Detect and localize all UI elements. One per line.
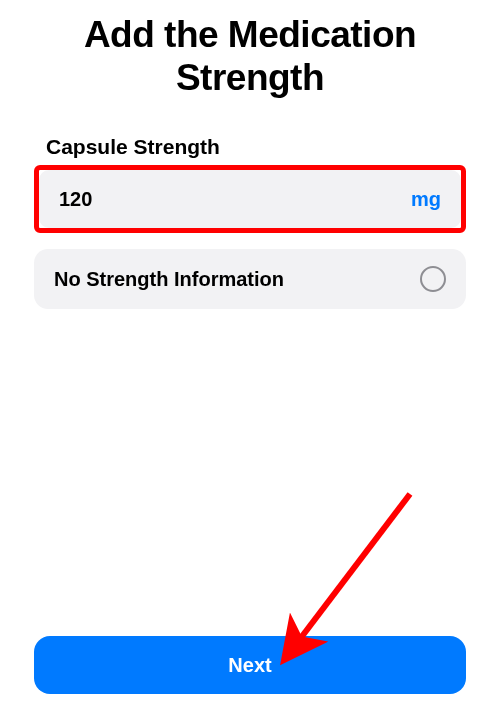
- strength-input[interactable]: [59, 188, 411, 211]
- no-strength-label: No Strength Information: [54, 268, 284, 291]
- section-label-strength: Capsule Strength: [0, 135, 500, 159]
- no-strength-option[interactable]: No Strength Information: [34, 249, 466, 309]
- svg-line-1: [300, 494, 410, 639]
- radio-unchecked-icon: [420, 266, 446, 292]
- strength-field-row[interactable]: mg: [39, 170, 461, 228]
- screen: Add the Medica­tion Strength Capsule Str…: [0, 14, 500, 702]
- highlight-box: mg: [34, 165, 466, 233]
- page-title: Add the Medica­tion Strength: [0, 14, 500, 99]
- unit-selector[interactable]: mg: [411, 188, 441, 211]
- next-button[interactable]: Next: [34, 636, 466, 694]
- annotation-arrow-icon: [0, 14, 500, 702]
